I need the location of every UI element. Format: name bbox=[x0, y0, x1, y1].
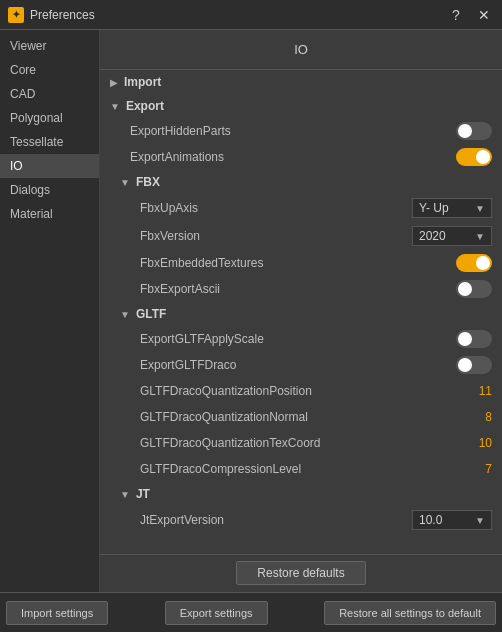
gltf-draco-quantization-position-label: GLTFDracoQuantizationPosition bbox=[140, 384, 472, 398]
bottom-bar: Import settings Export settings Restore … bbox=[0, 592, 502, 632]
fbx-export-ascii-toggle[interactable] bbox=[456, 280, 492, 298]
fbx-export-ascii-row: FbxExportAscii bbox=[100, 276, 502, 302]
export-animations-label: ExportAnimations bbox=[130, 150, 456, 164]
title-bar: ✦ Preferences ? ✕ bbox=[0, 0, 502, 30]
export-gltf-draco-toggle[interactable] bbox=[456, 356, 492, 374]
gltf-label: GLTF bbox=[136, 307, 166, 321]
toggle-knob bbox=[458, 332, 472, 346]
sidebar-item-material[interactable]: Material bbox=[0, 202, 99, 226]
sidebar-item-tessellate[interactable]: Tessellate bbox=[0, 130, 99, 154]
gltf-draco-compression-level-row: GLTFDracoCompressionLevel 7 bbox=[100, 456, 502, 482]
content-header: IO bbox=[100, 30, 502, 70]
main-area: Viewer Core CAD Polygonal Tessellate IO … bbox=[0, 30, 502, 592]
gltf-draco-quantization-texcoord-value: 10 bbox=[472, 436, 492, 450]
toggle-knob bbox=[476, 150, 490, 164]
export-chevron: ▼ bbox=[110, 101, 120, 112]
gltf-draco-quantization-normal-value: 8 bbox=[472, 410, 492, 424]
import-label: Import bbox=[124, 75, 161, 89]
gltf-draco-compression-level-value: 7 bbox=[472, 462, 492, 476]
gltf-draco-quantization-normal-label: GLTFDracoQuantizationNormal bbox=[140, 410, 472, 424]
toggle-knob bbox=[476, 256, 490, 270]
export-section-header[interactable]: ▼ Export bbox=[100, 94, 502, 118]
sidebar: Viewer Core CAD Polygonal Tessellate IO … bbox=[0, 30, 100, 592]
close-button[interactable]: ✕ bbox=[474, 5, 494, 25]
toggle-knob bbox=[458, 358, 472, 372]
import-section-header[interactable]: ▶ Import bbox=[100, 70, 502, 94]
jt-chevron: ▼ bbox=[120, 489, 130, 500]
export-gltf-draco-label: ExportGLTFDraco bbox=[140, 358, 456, 372]
export-settings-button[interactable]: Export settings bbox=[165, 601, 268, 625]
export-gltf-draco-row: ExportGLTFDraco bbox=[100, 352, 502, 378]
jt-section-header[interactable]: ▼ JT bbox=[100, 482, 502, 506]
gltf-chevron: ▼ bbox=[120, 309, 130, 320]
fbx-version-arrow: ▼ bbox=[475, 231, 485, 242]
sidebar-item-polygonal[interactable]: Polygonal bbox=[0, 106, 99, 130]
fbx-embedded-textures-toggle[interactable] bbox=[456, 254, 492, 272]
restore-all-settings-button[interactable]: Restore all settings to default bbox=[324, 601, 496, 625]
fbx-version-dropdown[interactable]: 2020 ▼ bbox=[412, 226, 492, 246]
jt-export-version-label: JtExportVersion bbox=[140, 513, 412, 527]
fbx-up-axis-dropdown[interactable]: Y- Up ▼ bbox=[412, 198, 492, 218]
jt-export-version-value: 10.0 bbox=[419, 513, 442, 527]
import-settings-button[interactable]: Import settings bbox=[6, 601, 108, 625]
fbx-up-axis-value: Y- Up bbox=[419, 201, 449, 215]
sidebar-item-io[interactable]: IO bbox=[0, 154, 99, 178]
fbx-version-label: FbxVersion bbox=[140, 229, 412, 243]
fbx-up-axis-label: FbxUpAxis bbox=[140, 201, 412, 215]
export-gltf-apply-scale-toggle[interactable] bbox=[456, 330, 492, 348]
restore-defaults-button[interactable]: Restore defaults bbox=[236, 561, 365, 585]
gltf-draco-quantization-texcoord-label: GLTFDracoQuantizationTexCoord bbox=[140, 436, 472, 450]
sidebar-item-core[interactable]: Core bbox=[0, 58, 99, 82]
content-scroll[interactable]: IO ▶ Import ▼ Export ExportHiddenParts bbox=[100, 30, 502, 592]
gltf-draco-quantization-texcoord-row: GLTFDracoQuantizationTexCoord 10 bbox=[100, 430, 502, 456]
fbx-section-header[interactable]: ▼ FBX bbox=[100, 170, 502, 194]
gltf-draco-quantization-position-value: 11 bbox=[472, 384, 492, 398]
fbx-up-axis-row: FbxUpAxis Y- Up ▼ bbox=[100, 194, 502, 222]
sidebar-item-dialogs[interactable]: Dialogs bbox=[0, 178, 99, 202]
gltf-draco-quantization-position-row: GLTFDracoQuantizationPosition 11 bbox=[100, 378, 502, 404]
fbx-up-axis-arrow: ▼ bbox=[475, 203, 485, 214]
gltf-draco-quantization-normal-row: GLTFDracoQuantizationNormal 8 bbox=[100, 404, 502, 430]
toggle-knob bbox=[458, 282, 472, 296]
gltf-section-header[interactable]: ▼ GLTF bbox=[100, 302, 502, 326]
export-animations-row: ExportAnimations bbox=[100, 144, 502, 170]
import-chevron: ▶ bbox=[110, 77, 118, 88]
export-gltf-apply-scale-row: ExportGLTFApplyScale bbox=[100, 326, 502, 352]
fbx-embedded-textures-label: FbxEmbeddedTextures bbox=[140, 256, 456, 270]
fbx-label: FBX bbox=[136, 175, 160, 189]
toggle-knob bbox=[458, 124, 472, 138]
app-icon: ✦ bbox=[8, 7, 24, 23]
jt-export-version-arrow: ▼ bbox=[475, 515, 485, 526]
sidebar-item-viewer[interactable]: Viewer bbox=[0, 34, 99, 58]
window-title: Preferences bbox=[30, 8, 446, 22]
preferences-window: ✦ Preferences ? ✕ Viewer Core CAD Polygo… bbox=[0, 0, 502, 632]
export-hidden-parts-row: ExportHiddenParts bbox=[100, 118, 502, 144]
title-bar-controls: ? ✕ bbox=[446, 5, 494, 25]
export-hidden-parts-label: ExportHiddenParts bbox=[130, 124, 456, 138]
jt-export-version-row: JtExportVersion 10.0 ▼ bbox=[100, 506, 502, 534]
help-button[interactable]: ? bbox=[446, 5, 466, 25]
restore-defaults-bar: Restore defaults bbox=[100, 554, 502, 591]
export-label: Export bbox=[126, 99, 164, 113]
jt-label: JT bbox=[136, 487, 150, 501]
export-hidden-parts-toggle[interactable] bbox=[456, 122, 492, 140]
fbx-version-value: 2020 bbox=[419, 229, 446, 243]
jt-export-version-dropdown[interactable]: 10.0 ▼ bbox=[412, 510, 492, 530]
fbx-version-row: FbxVersion 2020 ▼ bbox=[100, 222, 502, 250]
sidebar-item-cad[interactable]: CAD bbox=[0, 82, 99, 106]
fbx-chevron: ▼ bbox=[120, 177, 130, 188]
gltf-draco-compression-level-label: GLTFDracoCompressionLevel bbox=[140, 462, 472, 476]
fbx-embedded-textures-row: FbxEmbeddedTextures bbox=[100, 250, 502, 276]
fbx-export-ascii-label: FbxExportAscii bbox=[140, 282, 456, 296]
export-gltf-apply-scale-label: ExportGLTFApplyScale bbox=[140, 332, 456, 346]
content-area: IO ▶ Import ▼ Export ExportHiddenParts bbox=[100, 30, 502, 592]
export-animations-toggle[interactable] bbox=[456, 148, 492, 166]
